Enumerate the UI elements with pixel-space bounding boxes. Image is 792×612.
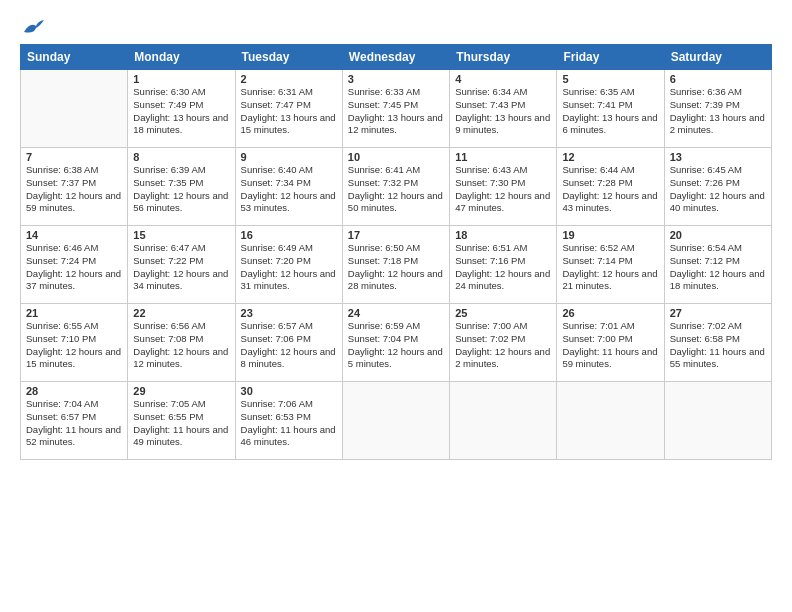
- sunset-text: Sunset: 7:43 PM: [455, 99, 525, 110]
- cell-info: Sunrise: 6:43 AMSunset: 7:30 PMDaylight:…: [455, 164, 551, 215]
- calendar-cell: [342, 382, 449, 460]
- daylight-text: Daylight: 11 hours and 49 minutes.: [133, 424, 228, 448]
- day-number: 23: [241, 307, 337, 319]
- logo: [20, 18, 44, 36]
- sunset-text: Sunset: 7:28 PM: [562, 177, 632, 188]
- cell-info: Sunrise: 7:02 AMSunset: 6:58 PMDaylight:…: [670, 320, 766, 371]
- daylight-text: Daylight: 13 hours and 2 minutes.: [670, 112, 765, 136]
- calendar-cell: [21, 70, 128, 148]
- cell-info: Sunrise: 6:46 AMSunset: 7:24 PMDaylight:…: [26, 242, 122, 293]
- cell-info: Sunrise: 6:51 AMSunset: 7:16 PMDaylight:…: [455, 242, 551, 293]
- weekday-header: Friday: [557, 45, 664, 70]
- cell-info: Sunrise: 6:40 AMSunset: 7:34 PMDaylight:…: [241, 164, 337, 215]
- sunset-text: Sunset: 7:12 PM: [670, 255, 740, 266]
- day-number: 13: [670, 151, 766, 163]
- day-number: 11: [455, 151, 551, 163]
- calendar-cell: 20Sunrise: 6:54 AMSunset: 7:12 PMDayligh…: [664, 226, 771, 304]
- calendar-cell: 12Sunrise: 6:44 AMSunset: 7:28 PMDayligh…: [557, 148, 664, 226]
- daylight-text: Daylight: 12 hours and 28 minutes.: [348, 268, 443, 292]
- sunrise-text: Sunrise: 6:41 AM: [348, 164, 420, 175]
- daylight-text: Daylight: 12 hours and 31 minutes.: [241, 268, 336, 292]
- sunset-text: Sunset: 7:00 PM: [562, 333, 632, 344]
- sunset-text: Sunset: 7:10 PM: [26, 333, 96, 344]
- daylight-text: Daylight: 12 hours and 50 minutes.: [348, 190, 443, 214]
- cell-info: Sunrise: 6:34 AMSunset: 7:43 PMDaylight:…: [455, 86, 551, 137]
- day-number: 27: [670, 307, 766, 319]
- sunrise-text: Sunrise: 6:33 AM: [348, 86, 420, 97]
- day-number: 8: [133, 151, 229, 163]
- calendar-cell: 25Sunrise: 7:00 AMSunset: 7:02 PMDayligh…: [450, 304, 557, 382]
- daylight-text: Daylight: 12 hours and 47 minutes.: [455, 190, 550, 214]
- calendar-cell: 22Sunrise: 6:56 AMSunset: 7:08 PMDayligh…: [128, 304, 235, 382]
- sunrise-text: Sunrise: 6:59 AM: [348, 320, 420, 331]
- daylight-text: Daylight: 11 hours and 55 minutes.: [670, 346, 765, 370]
- cell-info: Sunrise: 6:35 AMSunset: 7:41 PMDaylight:…: [562, 86, 658, 137]
- sunset-text: Sunset: 7:34 PM: [241, 177, 311, 188]
- calendar-cell: [664, 382, 771, 460]
- cell-info: Sunrise: 6:39 AMSunset: 7:35 PMDaylight:…: [133, 164, 229, 215]
- daylight-text: Daylight: 13 hours and 9 minutes.: [455, 112, 550, 136]
- sunset-text: Sunset: 7:45 PM: [348, 99, 418, 110]
- sunset-text: Sunset: 7:41 PM: [562, 99, 632, 110]
- sunrise-text: Sunrise: 7:05 AM: [133, 398, 205, 409]
- calendar-week-row: 21Sunrise: 6:55 AMSunset: 7:10 PMDayligh…: [21, 304, 772, 382]
- calendar-cell: 16Sunrise: 6:49 AMSunset: 7:20 PMDayligh…: [235, 226, 342, 304]
- weekday-header: Monday: [128, 45, 235, 70]
- day-number: 3: [348, 73, 444, 85]
- day-number: 4: [455, 73, 551, 85]
- sunset-text: Sunset: 7:14 PM: [562, 255, 632, 266]
- sunset-text: Sunset: 7:37 PM: [26, 177, 96, 188]
- sunset-text: Sunset: 7:35 PM: [133, 177, 203, 188]
- calendar-cell: 11Sunrise: 6:43 AMSunset: 7:30 PMDayligh…: [450, 148, 557, 226]
- cell-info: Sunrise: 6:55 AMSunset: 7:10 PMDaylight:…: [26, 320, 122, 371]
- sunset-text: Sunset: 7:49 PM: [133, 99, 203, 110]
- calendar-cell: 7Sunrise: 6:38 AMSunset: 7:37 PMDaylight…: [21, 148, 128, 226]
- calendar-week-row: 14Sunrise: 6:46 AMSunset: 7:24 PMDayligh…: [21, 226, 772, 304]
- cell-info: Sunrise: 6:59 AMSunset: 7:04 PMDaylight:…: [348, 320, 444, 371]
- calendar-header-row: SundayMondayTuesdayWednesdayThursdayFrid…: [21, 45, 772, 70]
- sunrise-text: Sunrise: 6:51 AM: [455, 242, 527, 253]
- cell-info: Sunrise: 7:01 AMSunset: 7:00 PMDaylight:…: [562, 320, 658, 371]
- daylight-text: Daylight: 13 hours and 12 minutes.: [348, 112, 443, 136]
- calendar-cell: 3Sunrise: 6:33 AMSunset: 7:45 PMDaylight…: [342, 70, 449, 148]
- sunrise-text: Sunrise: 6:40 AM: [241, 164, 313, 175]
- daylight-text: Daylight: 12 hours and 5 minutes.: [348, 346, 443, 370]
- daylight-text: Daylight: 12 hours and 8 minutes.: [241, 346, 336, 370]
- sunset-text: Sunset: 7:39 PM: [670, 99, 740, 110]
- calendar-cell: [557, 382, 664, 460]
- calendar-cell: 15Sunrise: 6:47 AMSunset: 7:22 PMDayligh…: [128, 226, 235, 304]
- header: [20, 18, 772, 36]
- calendar-cell: 17Sunrise: 6:50 AMSunset: 7:18 PMDayligh…: [342, 226, 449, 304]
- daylight-text: Daylight: 13 hours and 18 minutes.: [133, 112, 228, 136]
- sunrise-text: Sunrise: 7:01 AM: [562, 320, 634, 331]
- calendar-week-row: 28Sunrise: 7:04 AMSunset: 6:57 PMDayligh…: [21, 382, 772, 460]
- day-number: 16: [241, 229, 337, 241]
- sunset-text: Sunset: 6:53 PM: [241, 411, 311, 422]
- sunrise-text: Sunrise: 6:31 AM: [241, 86, 313, 97]
- day-number: 22: [133, 307, 229, 319]
- calendar-table: SundayMondayTuesdayWednesdayThursdayFrid…: [20, 44, 772, 460]
- calendar-cell: 8Sunrise: 6:39 AMSunset: 7:35 PMDaylight…: [128, 148, 235, 226]
- sunrise-text: Sunrise: 7:02 AM: [670, 320, 742, 331]
- sunrise-text: Sunrise: 6:49 AM: [241, 242, 313, 253]
- day-number: 19: [562, 229, 658, 241]
- page: SundayMondayTuesdayWednesdayThursdayFrid…: [0, 0, 792, 612]
- sunset-text: Sunset: 6:58 PM: [670, 333, 740, 344]
- cell-info: Sunrise: 6:30 AMSunset: 7:49 PMDaylight:…: [133, 86, 229, 137]
- cell-info: Sunrise: 6:38 AMSunset: 7:37 PMDaylight:…: [26, 164, 122, 215]
- daylight-text: Daylight: 11 hours and 46 minutes.: [241, 424, 336, 448]
- daylight-text: Daylight: 11 hours and 59 minutes.: [562, 346, 657, 370]
- calendar-cell: 14Sunrise: 6:46 AMSunset: 7:24 PMDayligh…: [21, 226, 128, 304]
- daylight-text: Daylight: 12 hours and 37 minutes.: [26, 268, 121, 292]
- weekday-header: Wednesday: [342, 45, 449, 70]
- day-number: 18: [455, 229, 551, 241]
- day-number: 2: [241, 73, 337, 85]
- cell-info: Sunrise: 6:41 AMSunset: 7:32 PMDaylight:…: [348, 164, 444, 215]
- sunrise-text: Sunrise: 6:35 AM: [562, 86, 634, 97]
- day-number: 9: [241, 151, 337, 163]
- weekday-header: Saturday: [664, 45, 771, 70]
- cell-info: Sunrise: 7:00 AMSunset: 7:02 PMDaylight:…: [455, 320, 551, 371]
- daylight-text: Daylight: 12 hours and 40 minutes.: [670, 190, 765, 214]
- cell-info: Sunrise: 6:47 AMSunset: 7:22 PMDaylight:…: [133, 242, 229, 293]
- weekday-header: Thursday: [450, 45, 557, 70]
